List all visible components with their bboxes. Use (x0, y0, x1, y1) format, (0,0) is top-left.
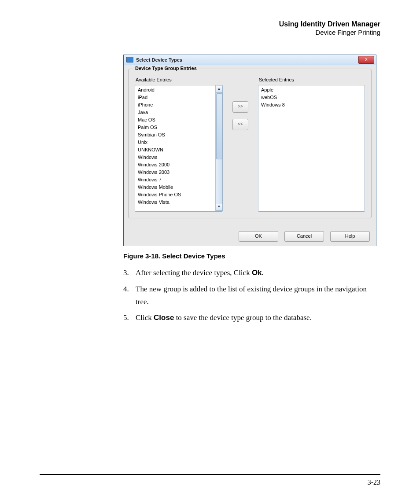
list-item[interactable]: iPhone (135, 101, 215, 109)
dialog-title: Select Device Types (136, 57, 182, 63)
cancel-button[interactable]: Cancel (284, 231, 324, 242)
scroll-down-icon[interactable]: ▼ (216, 204, 223, 211)
step-text: Click Close to save the device type grou… (136, 312, 312, 324)
selected-entries-label: Selected Entries (258, 77, 365, 82)
list-item[interactable]: webOS (258, 94, 365, 101)
list-item[interactable]: UNKNOWN (135, 146, 215, 154)
device-type-group-entries-box: Device Type Group Entries Available Entr… (128, 69, 372, 218)
list-item[interactable]: Apple (258, 86, 365, 94)
available-entries-list[interactable]: Android iPad iPhone Java Mac OS Palm OS … (135, 85, 223, 212)
body-text: 3. After selecting the device types, Cli… (123, 267, 380, 325)
page-number: 3-23 (368, 478, 380, 486)
scroll-up-icon[interactable]: ▲ (216, 86, 223, 93)
footer-rule (40, 474, 380, 475)
page-header: Using Identity Driven Manager Device Fin… (40, 20, 380, 37)
list-item[interactable]: Windows Vista (135, 199, 215, 206)
add-button[interactable]: >> (232, 101, 248, 113)
list-item[interactable]: Unix (135, 139, 215, 146)
step-number: 3. (123, 267, 136, 280)
list-item[interactable]: Windows Phone OS (135, 191, 215, 199)
header-title: Using Identity Driven Manager (40, 20, 380, 29)
dialog-titlebar: Select Device Types x (124, 55, 376, 65)
ok-button[interactable]: OK (239, 231, 278, 242)
list-item[interactable]: Symbian OS (135, 131, 215, 139)
step-number: 5. (123, 312, 136, 324)
list-item[interactable]: Windows 7 (135, 176, 215, 184)
list-item[interactable]: Windows 2003 (135, 169, 215, 176)
list-item[interactable]: Mac OS (135, 116, 215, 124)
available-entries-label: Available Entries (135, 77, 223, 82)
figure-caption: Figure 3-18. Select Device Types (123, 252, 380, 260)
list-item[interactable]: Windows Mobile (135, 184, 215, 191)
group-legend: Device Type Group Entries (133, 66, 199, 71)
selected-entries-list[interactable]: Apple webOS Windows 8 (258, 85, 365, 212)
step-text: After selecting the device types, Click … (136, 267, 264, 280)
window-icon (126, 57, 133, 63)
step-text: The new group is added to the list of ex… (136, 283, 380, 309)
list-item[interactable]: Palm OS (135, 124, 215, 131)
step-number: 4. (123, 283, 136, 309)
list-item[interactable]: Windows 2000 (135, 161, 215, 169)
scroll-thumb[interactable] (216, 93, 222, 159)
help-button[interactable]: Help (330, 231, 370, 242)
header-subtitle: Device Finger Printing (40, 29, 380, 37)
scrollbar[interactable]: ▲ ▼ (215, 85, 222, 211)
list-item[interactable]: Windows 8 (258, 101, 365, 109)
list-item[interactable]: iPad (135, 94, 215, 101)
list-item[interactable]: Java (135, 109, 215, 116)
close-button[interactable]: x (358, 56, 374, 64)
list-item[interactable]: Windows (135, 154, 215, 161)
remove-button[interactable]: << (232, 119, 248, 130)
list-item[interactable]: Android (135, 86, 215, 94)
select-device-types-dialog: Select Device Types x Device Type Group … (123, 55, 376, 246)
